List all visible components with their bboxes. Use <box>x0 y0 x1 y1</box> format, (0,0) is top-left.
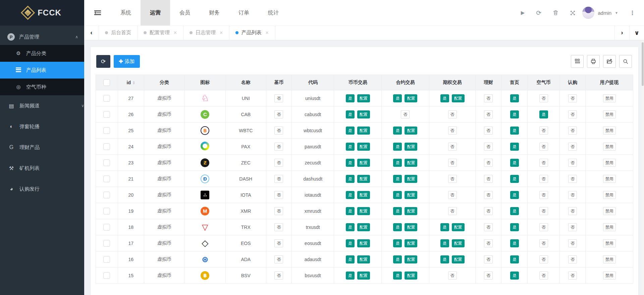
badge-no[interactable]: 否 <box>484 175 493 183</box>
badge-yes[interactable]: 是 <box>346 143 355 151</box>
badge-config[interactable]: 配置 <box>452 223 465 231</box>
badge-no[interactable]: 否 <box>568 175 577 183</box>
select-all-checkbox[interactable] <box>103 79 110 86</box>
sidebar-toggle-button[interactable] <box>84 0 111 26</box>
badge-yes[interactable]: 是 <box>346 94 355 102</box>
row-checkbox[interactable] <box>103 176 110 182</box>
badge-no[interactable]: 否 <box>448 110 457 118</box>
badge-yes[interactable]: 是 <box>440 239 449 247</box>
badge-config[interactable]: 配置 <box>405 143 417 151</box>
badge-no[interactable]: 否 <box>568 255 577 263</box>
sidebar-item-新闻频道[interactable]: ▤新闻频道∨ <box>0 95 84 116</box>
nav-tab-财务[interactable]: 财务 <box>200 0 229 26</box>
badge-no[interactable]: 否 <box>274 255 283 263</box>
badge-yes[interactable]: 是 <box>393 94 402 102</box>
add-button[interactable]: ✚添加 <box>114 55 140 68</box>
badge-config[interactable]: 配置 <box>405 94 417 102</box>
badge-no[interactable]: 否 <box>274 223 283 231</box>
badge-yes[interactable]: 是 <box>440 255 449 263</box>
sidebar-section-产品管理[interactable]: P产品管理∧ <box>0 29 84 45</box>
badge-disabled[interactable]: 禁用 <box>603 272 616 280</box>
badge-yes[interactable]: 是 <box>510 110 519 118</box>
open-tab-配置管理[interactable]: 配置管理✕ <box>138 26 183 40</box>
badge-yes[interactable]: 是 <box>346 159 355 167</box>
badge-config[interactable]: 配置 <box>357 94 370 102</box>
badge-no[interactable]: 否 <box>274 159 283 167</box>
sidebar-item-理财产品[interactable]: G理财产品 <box>0 137 84 158</box>
badge-no[interactable]: 否 <box>568 159 577 167</box>
badge-yes[interactable]: 是 <box>510 175 519 183</box>
page-scrollbar[interactable] <box>641 40 644 295</box>
badge-no[interactable]: 否 <box>448 143 457 151</box>
open-tab-产品列表[interactable]: 产品列表✕ <box>229 26 275 40</box>
badge-disabled[interactable]: 禁用 <box>603 255 616 263</box>
badge-yes[interactable]: 是 <box>393 272 402 280</box>
nav-tab-系统[interactable]: 系统 <box>111 0 141 26</box>
badge-config[interactable]: 配置 <box>452 239 465 247</box>
badge-yes[interactable]: 是 <box>393 127 402 135</box>
badge-disabled[interactable]: 禁用 <box>603 207 616 215</box>
badge-config[interactable]: 配置 <box>405 191 417 199</box>
sidebar-item-产品列表[interactable]: 产品列表 <box>0 62 84 79</box>
refresh-table-button[interactable]: ⟳ <box>96 55 110 68</box>
row-checkbox[interactable] <box>103 127 110 134</box>
badge-config[interactable]: 配置 <box>357 207 370 215</box>
row-checkbox[interactable] <box>103 272 110 279</box>
search-button[interactable] <box>619 55 632 68</box>
badge-config[interactable]: 配置 <box>452 255 465 263</box>
print-button[interactable] <box>587 55 600 68</box>
badge-no[interactable]: 否 <box>484 239 493 247</box>
sort-icon[interactable]: ▲▼ <box>132 81 135 85</box>
badge-no[interactable]: 否 <box>274 239 283 247</box>
close-icon[interactable]: ✕ <box>265 30 269 35</box>
badge-no[interactable]: 否 <box>539 94 548 102</box>
badge-no[interactable]: 否 <box>484 272 493 280</box>
badge-yes[interactable]: 是 <box>393 143 402 151</box>
badge-config[interactable]: 配置 <box>357 143 370 151</box>
row-checkbox[interactable] <box>103 224 110 231</box>
sidebar-item-矿机列表[interactable]: ⚒矿机列表 <box>0 158 84 179</box>
badge-yes[interactable]: 是 <box>346 255 355 263</box>
badge-no[interactable]: 否 <box>274 110 283 118</box>
badge-no[interactable]: 否 <box>401 110 410 118</box>
play-icon[interactable]: ▶ <box>521 10 525 16</box>
badge-yes[interactable]: 是 <box>393 175 402 183</box>
row-checkbox[interactable] <box>103 208 110 214</box>
close-icon[interactable]: ✕ <box>173 30 177 35</box>
badge-config[interactable]: 配置 <box>357 127 370 135</box>
badge-yes[interactable]: 是 <box>510 94 519 102</box>
badge-yes[interactable]: 是 <box>393 207 402 215</box>
badge-disabled[interactable]: 禁用 <box>603 143 616 151</box>
badge-no[interactable]: 否 <box>484 159 493 167</box>
export-button[interactable] <box>603 55 616 68</box>
badge-no[interactable]: 否 <box>539 127 548 135</box>
badge-no[interactable]: 否 <box>448 175 457 183</box>
badge-yes[interactable]: 是 <box>510 239 519 247</box>
badge-config[interactable]: 配置 <box>357 223 370 231</box>
badge-disabled[interactable]: 禁用 <box>603 159 616 167</box>
badge-config[interactable]: 配置 <box>405 272 417 280</box>
badge-yes[interactable]: 是 <box>393 159 402 167</box>
sidebar-item-产品分类[interactable]: ⚙产品分类 <box>0 45 84 62</box>
nav-tab-统计[interactable]: 统计 <box>259 0 288 26</box>
badge-yes[interactable]: 是 <box>510 207 519 215</box>
row-checkbox[interactable] <box>103 240 110 247</box>
badge-no[interactable]: 否 <box>484 127 493 135</box>
badge-no[interactable]: 否 <box>539 272 548 280</box>
badge-config[interactable]: 配置 <box>405 159 417 167</box>
columns-toggle-button[interactable] <box>571 55 584 68</box>
badge-no[interactable]: 否 <box>274 143 283 151</box>
badge-config[interactable]: 配置 <box>452 94 465 102</box>
badge-no[interactable]: 否 <box>568 94 577 102</box>
badge-yes[interactable]: 是 <box>346 175 355 183</box>
badge-yes[interactable]: 是 <box>539 110 548 118</box>
badge-no[interactable]: 否 <box>484 255 493 263</box>
badge-no[interactable]: 否 <box>274 127 283 135</box>
row-checkbox[interactable] <box>103 256 110 263</box>
badge-config[interactable]: 配置 <box>357 272 370 280</box>
badge-yes[interactable]: 是 <box>440 94 449 102</box>
badge-no[interactable]: 否 <box>568 272 577 280</box>
row-checkbox[interactable] <box>103 192 110 198</box>
badge-config[interactable]: 配置 <box>357 191 370 199</box>
row-checkbox[interactable] <box>103 111 110 118</box>
